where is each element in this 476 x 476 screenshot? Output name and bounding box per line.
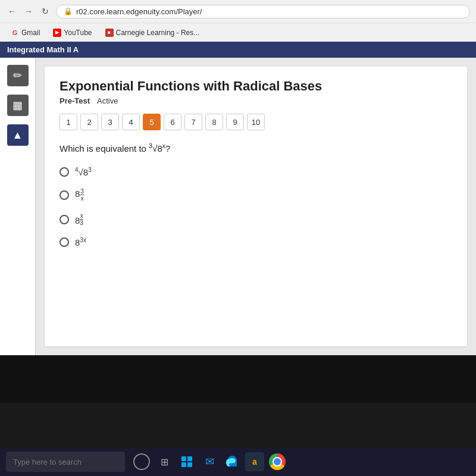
address-bar-row: ← → ↻ 🔒 r02.core.learn.edgenuity.com/Pla… [0,0,476,23]
question-nav: 1 2 3 4 5 6 7 8 9 10 [60,114,452,130]
radio-a[interactable] [60,167,69,177]
taskbar-amazon-icon[interactable]: a [245,452,264,471]
svg-rect-2 [181,462,186,467]
question-text: Which is equivalent to 3√8x? [60,142,452,154]
question-btn-7[interactable]: 7 [184,114,202,130]
bookmark-gmail-label: Gmail [21,29,40,37]
question-btn-8[interactable]: 8 [205,114,223,130]
svg-rect-1 [187,456,192,461]
bookmark-youtube-label: YouTube [64,29,92,37]
active-label: Active [97,96,118,105]
question-btn-4[interactable]: 4 [122,114,140,130]
lesson-title: Exponential Functions with Radical Bases [60,79,452,94]
option-b-text: 83x [75,188,84,202]
svg-rect-3 [187,462,192,467]
refresh-button[interactable]: ↻ [39,5,51,17]
radio-c[interactable] [60,215,69,224]
lock-icon: 🔒 [64,7,73,15]
question-btn-5[interactable]: 5 [143,114,161,130]
back-button[interactable]: ← [6,5,18,17]
forward-button[interactable]: → [23,5,35,17]
bookmark-youtube[interactable]: ▶ YouTube [48,27,96,39]
search-circle-icon [133,453,150,470]
main-content: ✏ ▦ ▲ Exponential Functions with Radical… [0,58,476,355]
question-btn-1[interactable]: 1 [60,114,77,130]
question-btn-2[interactable]: 2 [80,114,98,130]
address-bar[interactable]: 🔒 r02.core.learn.edgenuity.com/Player/ [56,5,470,18]
course-title: Integrated Math II A [7,45,79,54]
bookmark-carnegie[interactable]: ■ Carnegie Learning - Res... [101,27,205,39]
taskbar-edge-icon[interactable] [223,452,242,471]
answer-option-c[interactable]: 8x3 [60,212,452,226]
taskbar-search[interactable] [6,452,125,472]
answer-option-b[interactable]: 83x [60,188,452,202]
answer-option-d[interactable]: 83x [60,237,452,248]
bookmarks-bar: G Gmail ▶ YouTube ■ Carnegie Learning - … [0,23,476,42]
taskbar-windows-icon[interactable] [177,452,196,471]
radio-d[interactable] [60,237,69,247]
gmail-favicon: G [11,29,19,37]
bookmark-gmail[interactable]: G Gmail [6,27,45,39]
question-btn-3[interactable]: 3 [101,114,119,130]
pencil-tool-button[interactable]: ✏ [7,65,29,86]
course-header: Integrated Math II A [0,42,476,58]
question-btn-6[interactable]: 6 [164,114,181,130]
content-panel: Exponential Functions with Radical Bases… [45,67,467,346]
taskbar: ⊞ ✉ a [0,447,476,476]
answer-option-a[interactable]: 4√83 [60,167,452,177]
question-btn-9[interactable]: 9 [226,114,244,130]
dark-background [0,355,476,403]
pre-test-label: Pre-Test [60,96,90,105]
lesson-subtitle: Pre-Test Active [60,96,452,105]
carnegie-favicon: ■ [105,29,114,37]
calculator-button[interactable]: ▦ [7,95,29,116]
option-a-text: 4√83 [75,167,92,177]
taskbar-search-icon[interactable] [132,452,151,471]
svg-rect-0 [181,456,186,461]
option-d-text: 83x [75,237,86,248]
youtube-favicon: ▶ [53,29,61,37]
bookmark-carnegie-label: Carnegie Learning - Res... [116,29,200,37]
taskbar-chrome-icon[interactable] [268,452,287,471]
browser-chrome: ← → ↻ 🔒 r02.core.learn.edgenuity.com/Pla… [0,0,476,58]
taskbar-icons: ⊞ ✉ a [132,452,287,471]
option-c-text: 8x3 [75,212,83,226]
collapse-button[interactable]: ▲ [7,124,29,146]
taskbar-multitask-icon[interactable]: ⊞ [155,452,174,471]
question-btn-10[interactable]: 10 [247,114,265,130]
sidebar: ✏ ▦ ▲ [0,58,36,355]
address-text: r02.core.learn.edgenuity.com/Player/ [76,7,202,16]
taskbar-mail-icon[interactable]: ✉ [200,452,219,471]
radio-b[interactable] [60,190,69,200]
